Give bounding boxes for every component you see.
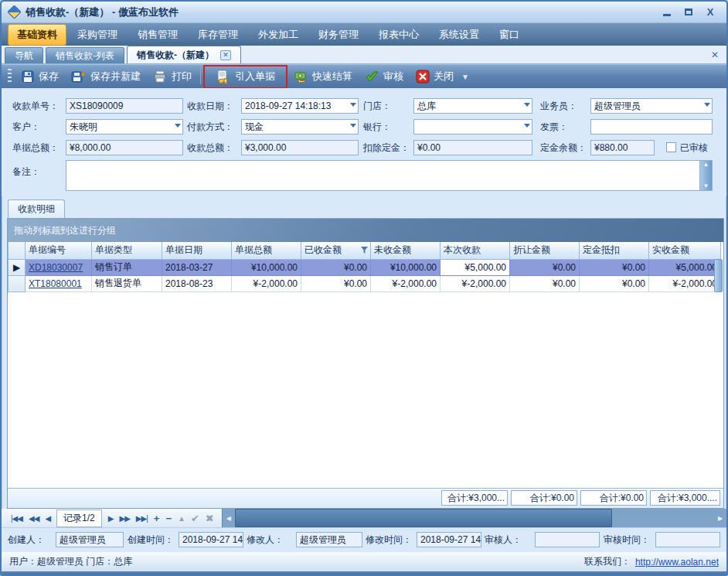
menu-item-reports[interactable]: 报表中心 — [369, 24, 428, 46]
filter-icon[interactable] — [361, 247, 368, 254]
toolbar-overflow-icon[interactable]: ▼ — [461, 73, 469, 81]
remark-textarea[interactable]: ▲▼ — [66, 160, 713, 191]
auditor-label: 审核人： — [485, 532, 522, 547]
nav-edit-button[interactable]: ▲ — [175, 514, 188, 523]
deduct-deposit-field: ¥0.00 — [413, 140, 532, 155]
scroll-right-icon[interactable]: ▶ — [714, 509, 726, 527]
nav-next-page-button[interactable]: ▶▶ — [116, 514, 132, 523]
deduct-deposit-label: 扣除定金： — [363, 140, 410, 155]
tabstrip-close-icon[interactable]: ✕ — [711, 49, 719, 60]
close-doc-icon — [416, 70, 430, 84]
col-doc-type[interactable]: 单据类型 — [92, 242, 162, 259]
grid-group-panel[interactable]: 拖动列标题到这进行分组 — [8, 219, 723, 242]
detail-table: 单据编号 单据类型 单据日期 单据总额 已收金额 未收金额 本次收款 折让金额 … — [8, 242, 721, 292]
grid-totals-bar: 合计:¥3,000... 合计:¥0.00 合计:¥0.00 合计:¥3,000… — [8, 488, 723, 508]
doc-no-link[interactable]: XD18030007 — [29, 262, 83, 273]
menu-item-window[interactable]: 窗口 — [490, 24, 529, 46]
nav-last-button[interactable]: ▶▶| — [133, 514, 151, 523]
col-discount[interactable]: 折让金额 — [510, 242, 580, 259]
menu-bar: 基础资料 采购管理 销售管理 库存管理 外发加工 财务管理 报表中心 系统设置 … — [2, 22, 726, 46]
website-link[interactable]: http://www.aolan.net — [635, 557, 719, 567]
menu-item-purchase[interactable]: 采购管理 — [68, 24, 127, 46]
receipt-header-form: 收款单号： XS18090009 收款日期： 2018-09-27 14:18:… — [2, 88, 726, 196]
create-time-field: 2018-09-27 14 — [179, 532, 243, 547]
save-button[interactable]: 保存 — [15, 67, 65, 86]
col-doc-no[interactable]: 单据编号 — [26, 242, 92, 259]
salesman-combobox[interactable]: 超级管理员 — [590, 98, 713, 114]
col-unreceived[interactable]: 未收金额 — [371, 242, 441, 259]
menu-item-settings[interactable]: 系统设置 — [430, 24, 488, 46]
nav-prev-page-button[interactable]: ◀◀ — [26, 514, 42, 523]
pay-method-combobox[interactable]: 现金 — [241, 119, 359, 135]
menu-item-outsourcing[interactable]: 外发加工 — [249, 24, 308, 46]
save-and-new-button[interactable]: 保存并新建 — [65, 67, 147, 86]
receipt-date-combobox[interactable]: 2018-09-27 14:18:13 — [241, 98, 359, 114]
total-actual: 合计:¥3,000.... — [650, 490, 720, 506]
menu-item-inventory[interactable]: 库存管理 — [189, 24, 247, 46]
customer-label: 客户： — [12, 119, 40, 135]
print-button[interactable]: 打印 — [147, 67, 198, 86]
tab-receipt-detail[interactable]: 收款明细 — [8, 199, 65, 219]
menu-item-sales[interactable]: 销售管理 — [128, 24, 187, 46]
tab-close-icon[interactable]: ✕ — [220, 50, 231, 60]
total-deposit-offset: 合计:¥0.00 — [580, 490, 647, 506]
this-receipt-edit-cell[interactable]: ¥5,000.00 — [441, 259, 510, 275]
nav-append-button[interactable]: + — [151, 513, 163, 524]
chevron-down-icon — [704, 103, 710, 107]
col-received[interactable]: 已收金额 — [301, 242, 371, 259]
nav-first-button[interactable]: |◀◀ — [8, 514, 26, 523]
grid-horizontal-scrollbar[interactable]: ◀ ▶ — [222, 509, 726, 527]
remark-scrollbar[interactable]: ▲▼ — [699, 161, 712, 190]
audit-check-icon — [365, 70, 379, 84]
total-this-receipt: 合计:¥3,000... — [441, 490, 508, 506]
table-row[interactable]: ▶ XD18030007 销售订单 2018-03-27 ¥10,000.00 … — [9, 259, 721, 275]
scroll-left-icon[interactable]: ◀ — [223, 509, 235, 527]
row-indicator — [9, 275, 26, 291]
audit-button[interactable]: 审核 — [359, 67, 410, 86]
quick-settle-button[interactable]: 快速结算 — [287, 67, 359, 86]
nav-post-button[interactable]: ✔ — [188, 513, 202, 524]
store-label: 门店： — [363, 98, 391, 114]
receipt-detail-grid: 拖动列标题到这进行分组 单据编号 单据类型 单据日期 单据总额 已收金额 未收金… — [7, 218, 724, 509]
close-window-button[interactable]: X — [703, 6, 717, 19]
table-row[interactable]: XT18080001 销售退货单 2018-08-23 ¥-2,000.00 ¥… — [9, 275, 721, 291]
tab-receipt-list[interactable]: 销售收款-列表 — [46, 47, 124, 63]
modify-time-field: 2018-09-27 14 — [417, 532, 481, 547]
col-doc-date[interactable]: 单据日期 — [162, 242, 232, 259]
col-deposit-offset[interactable]: 定金抵扣 — [580, 242, 649, 259]
invoice-field[interactable] — [590, 119, 713, 135]
doc-no-link[interactable]: XT18080001 — [29, 278, 82, 289]
chevron-down-icon — [175, 124, 181, 128]
tab-receipt-new[interactable]: 销售收款-（新建） ✕ — [127, 46, 241, 63]
hscroll-thumb[interactable] — [235, 509, 612, 527]
chevron-down-icon — [524, 124, 530, 128]
menu-item-basic-data[interactable]: 基础资料 — [8, 24, 66, 46]
total-discount: 合计:¥0.00 — [511, 490, 577, 506]
maximize-button[interactable] — [682, 6, 696, 19]
audited-checkbox[interactable] — [666, 142, 676, 152]
row-indicator: ▶ — [9, 259, 26, 275]
col-doc-total[interactable]: 单据总额 — [232, 242, 301, 259]
bank-label: 银行： — [363, 119, 391, 135]
print-icon — [153, 70, 168, 84]
contact-label: 联系我们： — [584, 555, 631, 568]
grid-vertical-scrollbar[interactable] — [714, 259, 723, 292]
menu-item-finance[interactable]: 财务管理 — [309, 24, 368, 46]
minimize-button[interactable] — [660, 6, 674, 19]
nav-cancel-button[interactable]: ✖ — [202, 513, 217, 524]
store-combobox[interactable]: 总库 — [413, 98, 532, 114]
quick-settle-icon — [294, 70, 308, 84]
close-doc-button[interactable]: 关闭 — [410, 67, 460, 86]
nav-prev-button[interactable]: ◀ — [42, 514, 53, 523]
nav-next-button[interactable]: ▶ — [105, 514, 117, 523]
bank-combobox[interactable] — [413, 119, 532, 135]
nav-delete-button[interactable]: − — [162, 513, 175, 524]
auditor-field — [535, 532, 600, 547]
col-this-receipt[interactable]: 本次收款 — [441, 242, 510, 259]
chevron-down-icon — [350, 124, 356, 128]
col-actual[interactable]: 实收金额 — [649, 242, 721, 259]
import-doc-button[interactable]: 引入单据 — [209, 67, 281, 87]
customer-combobox[interactable]: 朱晓明 — [66, 119, 183, 135]
maximize-icon — [685, 9, 692, 15]
tab-navigation[interactable]: 导航 — [5, 47, 43, 63]
